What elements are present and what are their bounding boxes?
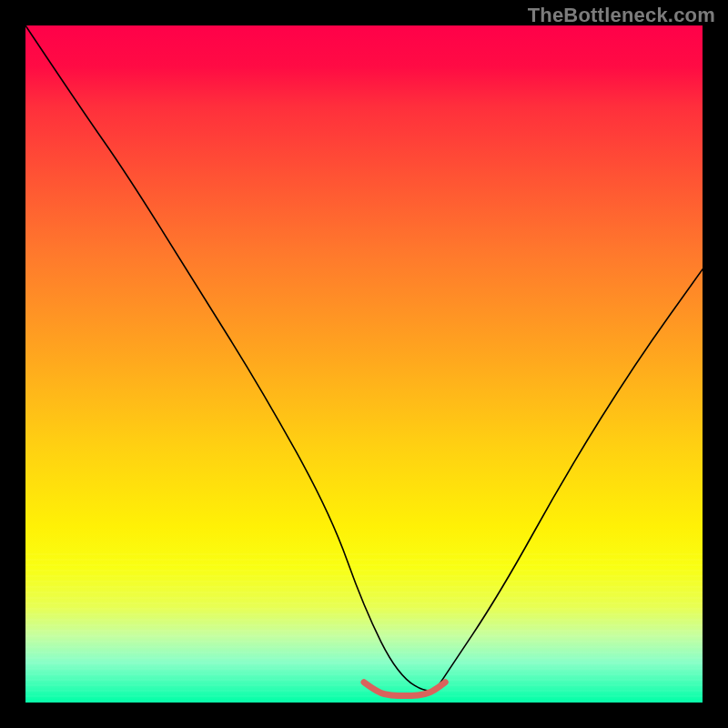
curve-layer (25, 25, 703, 703)
optimal-range-marker (364, 682, 445, 696)
chart-frame: TheBottleneck.com (0, 0, 728, 728)
bottleneck-curve (25, 25, 703, 691)
plot-area (25, 25, 703, 703)
watermark-text: TheBottleneck.com (528, 4, 715, 27)
